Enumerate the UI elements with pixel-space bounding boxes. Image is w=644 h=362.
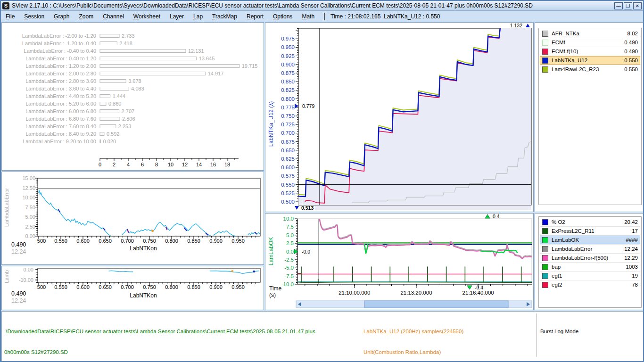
- app-icon: S: [2, 2, 9, 9]
- channel-row-expressl2c-r11[interactable]: ExPressL2C_R1117: [540, 227, 640, 235]
- channel-name: Lam4RawL2C_R23: [552, 66, 624, 72]
- menu-session[interactable]: Session: [20, 12, 48, 21]
- channel-value: 1003: [626, 264, 640, 270]
- lamlabok-time-chart[interactable]: 10.07.55.02.50.0-2.5-5.0-7.5-10.0LamLabO…: [265, 214, 533, 310]
- lamlabok-time-chart-panel[interactable]: 10.07.55.02.50.0-2.5-5.0-7.5-10.0LamLabO…: [265, 213, 534, 310]
- axis-label: 2: [113, 162, 116, 167]
- axis-label: 5.00: [25, 214, 35, 220]
- axis-label: 10.0: [283, 216, 294, 222]
- axis-label: 0.0: [286, 249, 294, 255]
- axis-label: -2.5: [284, 257, 294, 263]
- menu-file[interactable]: File: [2, 12, 18, 21]
- error-vs-lambda-scatter[interactable]: 2.505.007.5010.0012.5015.000.005000.5500…: [2, 172, 264, 264]
- lamb-strip-panel[interactable]: 0.00-10.005000.5500.6000.6500.7000.7500.…: [1, 266, 264, 310]
- channel-name: LambdaLabError-f(500): [552, 255, 624, 261]
- channel-value: 20.42: [624, 219, 640, 225]
- channel-row-lamlabok[interactable]: LamLabOK####: [540, 236, 640, 244]
- menu-layer[interactable]: Layer: [166, 12, 188, 21]
- axis-label: 0.950: [231, 238, 245, 244]
- time-scrollbar-thumb[interactable]: [364, 301, 508, 308]
- axis-label: LambdaLabError: [4, 188, 9, 227]
- axis-label: 0.850: [187, 284, 200, 290]
- axis-label: -7.5: [284, 273, 294, 279]
- axis-label: 6: [141, 162, 144, 167]
- axis-label: LambdaLabError : -1.20 to -0.40: [22, 41, 96, 46]
- channel-row-ecmf[interactable]: ECMf0.490: [540, 38, 640, 47]
- axis-label: LambdaLabError : 5.20 to 6.00: [25, 101, 96, 107]
- hist-bar: [100, 110, 119, 113]
- close-button[interactable]: ✕: [633, 2, 642, 9]
- axis-label: 0.4: [493, 214, 500, 219]
- axis-label: LabNTKa_U12 (λ): [268, 101, 274, 147]
- axis-label: 0.650: [99, 284, 112, 290]
- max-marker: [485, 214, 490, 218]
- channel-list-bottom-panel: % O220.42ExPressL2C_R1117LamLabOK####Lam…: [535, 213, 644, 310]
- menu-math[interactable]: Math: [298, 12, 318, 21]
- channel-color-swatch: [542, 49, 548, 55]
- channel-color-swatch: [542, 264, 548, 270]
- axis-label: LabNTKon: [130, 292, 157, 299]
- axis-label: 0.575: [281, 173, 295, 179]
- lambda-steps-main-chart-panel[interactable]: 0.5000.5250.5500.5750.6000.6250.6500.675…: [265, 22, 534, 212]
- axis-label: 0.592: [107, 131, 120, 137]
- channel-row-labntka-u12[interactable]: LabNTKa_U120.550: [540, 56, 640, 65]
- menu-graph[interactable]: Graph: [50, 12, 73, 21]
- axis-label: 2.733: [122, 33, 135, 39]
- lamb-strip-chart[interactable]: 0.00-10.005000.5500.6000.6500.7000.7500.…: [2, 266, 264, 310]
- status-divider: [537, 313, 537, 357]
- channel-row-egt1[interactable]: egt119: [540, 272, 640, 280]
- axis-label: LambdaLabError : 7.60 to 8.40: [25, 123, 96, 129]
- lambda-error-histogram-panel[interactable]: LambdaLabError : -2.00 to -1.202.733Lamb…: [1, 22, 264, 171]
- axis-label: 2.50: [25, 224, 35, 230]
- menu-zoom[interactable]: Zoom: [75, 12, 97, 21]
- channel-row--o2[interactable]: % O220.42: [540, 218, 640, 226]
- hist-bar: [100, 80, 126, 83]
- sview-window: S SView 2.17.10 : C:\Users\Public\Docume…: [0, 0, 644, 362]
- channel-value: 0.490: [624, 40, 640, 45]
- restore-button[interactable]: ❐: [624, 2, 632, 9]
- axis-label: 0.750: [143, 284, 156, 290]
- channel-value: 12.29: [624, 255, 640, 261]
- axis-label: -0.0: [302, 249, 310, 255]
- error-vs-lambda-scatter-panel[interactable]: 2.505.007.5010.0012.5015.000.005000.5500…: [1, 172, 264, 265]
- channel-name: LabNTKa_U12: [552, 58, 624, 63]
- axis-label: LambdaLabError : 3.60 to 4.40: [25, 86, 96, 91]
- axis-label: 0.850: [187, 238, 200, 244]
- channel-row-lambdalaberror-f-500-[interactable]: LambdaLabError-f(500)12.29: [540, 254, 640, 262]
- channel-row-bap[interactable]: bap1003: [540, 263, 640, 271]
- axis-label: 0.900: [209, 284, 223, 290]
- menu-items: FileSessionGraphZoomChannelWorksheetLaye…: [1, 12, 319, 21]
- axis-label: LambdaLabError : 8.40 to 9.20: [25, 131, 96, 137]
- axis-label: 3.678: [128, 78, 141, 84]
- hist-bar: [100, 42, 117, 45]
- channel-listbox: % O220.42ExPressL2C_R1117LamLabOK####Lam…: [538, 216, 642, 308]
- channel-value: 0.550: [624, 58, 640, 63]
- menu-lap[interactable]: Lap: [190, 12, 206, 21]
- axis-label: 19.715: [242, 63, 258, 69]
- channel-color-swatch: [542, 237, 548, 243]
- axis-label: 0.950: [281, 44, 295, 50]
- channel-row-lambdalaberror[interactable]: LambdaLabError12.24: [540, 245, 640, 253]
- channel-row-ecmf-f-10-[interactable]: ECMf-f(10)0.490: [540, 47, 640, 56]
- lambda-steps-main-chart[interactable]: 0.5000.5250.5500.5750.6000.6250.6500.675…: [265, 23, 533, 212]
- menu-options[interactable]: Options: [269, 12, 296, 21]
- hist-bar: [100, 95, 110, 98]
- channel-row-afr-ntka[interactable]: AFR_NTKa8.02: [540, 29, 640, 38]
- axis-label: 0.800: [281, 96, 295, 102]
- menu-report[interactable]: Report: [243, 12, 267, 21]
- minimize-button[interactable]: —: [614, 2, 623, 9]
- lambda-error-histogram[interactable]: LambdaLabError : -2.00 to -1.202.733Lamb…: [2, 23, 264, 170]
- menu-worksheet[interactable]: Worksheet: [130, 12, 164, 21]
- axis-label: 0.490: [11, 290, 26, 297]
- channel-color-swatch: [542, 66, 548, 73]
- channel-row-lam4rawl2c-r23[interactable]: Lam4RawL2C_R230.550: [540, 65, 640, 74]
- channel-list-top-panel: AFR_NTKa8.02ECMf0.490ECMf-f(10)0.490LabN…: [535, 22, 644, 212]
- axis-label: -10.00: [19, 277, 33, 283]
- axis-label: 0.860: [108, 101, 122, 107]
- menu-channel[interactable]: Channel: [99, 12, 128, 21]
- menu-trackmap[interactable]: TrackMap: [208, 12, 241, 21]
- hist-bar: [100, 34, 119, 38]
- channel-row-egt2[interactable]: egt278: [540, 280, 640, 289]
- axis-label: 12.24: [11, 297, 26, 304]
- channel-color-swatch: [542, 282, 548, 288]
